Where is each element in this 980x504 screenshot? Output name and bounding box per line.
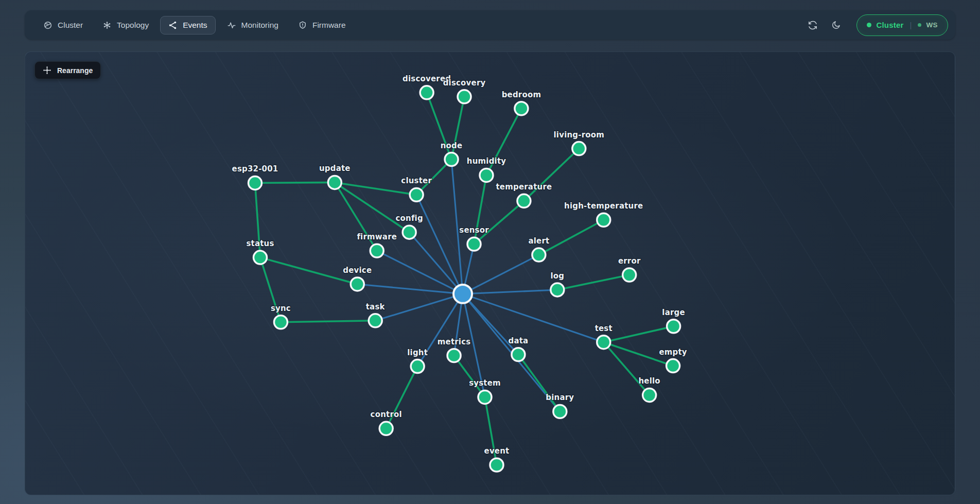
graph-edge-hub-config bbox=[409, 232, 463, 294]
tab-cluster[interactable]: Cluster bbox=[35, 16, 91, 34]
graph-node-label-high-temperature: high-temperature bbox=[564, 201, 643, 211]
graph-edge-update-config bbox=[335, 182, 409, 232]
graph-node-system[interactable] bbox=[478, 390, 492, 404]
graph-node-label-alert: alert bbox=[528, 236, 549, 246]
graph-node-label-hello: hello bbox=[638, 377, 660, 386]
graph-node-bedroom[interactable] bbox=[515, 102, 528, 115]
graph-node-hub[interactable] bbox=[453, 285, 472, 303]
tab-label: Firmware bbox=[312, 21, 346, 29]
graph-node-node[interactable] bbox=[445, 153, 458, 166]
graph-node-label-humidity: humidity bbox=[467, 157, 506, 166]
topology-graph: discovereddiscoverybedroomliving-roomesp… bbox=[25, 52, 955, 495]
share-icon bbox=[168, 21, 178, 30]
graph-node-living-room[interactable] bbox=[572, 142, 586, 155]
tab-events[interactable]: Events bbox=[160, 16, 215, 34]
graph-node-discovery[interactable] bbox=[458, 90, 471, 103]
graph-node-humidity[interactable] bbox=[480, 168, 493, 182]
graph-node-cluster[interactable] bbox=[410, 188, 423, 201]
rearrange-label: Rearrange bbox=[57, 66, 93, 75]
graph-edge-test-large bbox=[604, 326, 674, 342]
theme-toggle-button[interactable] bbox=[828, 17, 844, 33]
badge-separator: | bbox=[908, 21, 914, 29]
refresh-icon bbox=[808, 20, 818, 30]
graph-node-label-cluster: cluster bbox=[401, 176, 432, 185]
graph-edge-hub-task bbox=[375, 294, 463, 321]
graph-node-label-task: task bbox=[366, 302, 386, 311]
nav-tabs: Cluster Topology bbox=[35, 16, 354, 34]
graph-edge-hub-alert bbox=[463, 255, 539, 294]
graph-node-label-update: update bbox=[319, 164, 351, 173]
graph-node-device[interactable] bbox=[351, 277, 364, 291]
graph-node-label-config: config bbox=[395, 214, 423, 223]
graph-node-label-living-room: living-room bbox=[554, 130, 605, 140]
graph-edge-data-binary bbox=[518, 355, 560, 412]
graph-node-label-node: node bbox=[441, 141, 463, 150]
graph-node-light[interactable] bbox=[411, 360, 424, 373]
graph-node-label-status: status bbox=[246, 239, 274, 248]
graph-node-status[interactable] bbox=[254, 251, 267, 264]
move-icon bbox=[43, 66, 51, 75]
graph-node-discovered[interactable] bbox=[420, 86, 433, 99]
graph-edge-sync-task bbox=[281, 321, 375, 322]
graph-node-hello[interactable] bbox=[643, 388, 656, 402]
graph-node-sensor[interactable] bbox=[467, 237, 481, 251]
graph-node-label-error: error bbox=[618, 256, 641, 266]
graph-edge-hub-log bbox=[463, 290, 557, 294]
graph-node-label-log: log bbox=[550, 271, 564, 281]
graph-node-log[interactable] bbox=[551, 283, 564, 297]
graph-node-empty[interactable] bbox=[667, 359, 680, 373]
graph-node-task[interactable] bbox=[369, 314, 382, 327]
graph-node-config[interactable] bbox=[402, 225, 416, 239]
graph-node-label-test: test bbox=[595, 324, 612, 333]
tab-label: Events bbox=[183, 21, 207, 29]
graph-edge-esp32-001-update bbox=[255, 182, 335, 183]
rearrange-button[interactable]: Rearrange bbox=[34, 61, 101, 79]
graph-node-label-empty: empty bbox=[659, 347, 687, 357]
nav-actions: Cluster | WS bbox=[804, 14, 948, 36]
graph-node-metrics[interactable] bbox=[447, 349, 461, 362]
graph-node-esp32-001[interactable] bbox=[249, 176, 262, 189]
graph-node-label-sync: sync bbox=[271, 304, 291, 313]
ws-status-label: WS bbox=[926, 21, 938, 29]
connection-status-badge[interactable]: Cluster | WS bbox=[856, 14, 948, 36]
top-nav: Cluster Topology bbox=[25, 10, 955, 40]
graph-node-temperature[interactable] bbox=[517, 194, 531, 207]
graph-node-update[interactable] bbox=[328, 176, 341, 189]
graph-node-label-discovery: discovery bbox=[443, 78, 486, 88]
page: Cluster Topology bbox=[0, 0, 980, 504]
tab-monitoring[interactable]: Monitoring bbox=[219, 16, 287, 34]
graph-node-alert[interactable] bbox=[532, 248, 546, 262]
moon-icon bbox=[831, 20, 841, 30]
tab-topology[interactable]: Topology bbox=[94, 16, 157, 34]
graph-node-firmware[interactable] bbox=[370, 244, 383, 257]
tab-firmware[interactable]: Firmware bbox=[290, 16, 354, 34]
graph-node-label-event: event bbox=[484, 446, 510, 456]
shield-icon bbox=[298, 21, 307, 30]
graph-node-control[interactable] bbox=[379, 422, 393, 435]
graph-node-test[interactable] bbox=[597, 336, 610, 349]
graph-node-label-binary: binary bbox=[546, 393, 574, 402]
cluster-status-label: Cluster bbox=[876, 21, 903, 29]
tab-label: Topology bbox=[117, 21, 149, 29]
graph-node-high-temperature[interactable] bbox=[597, 213, 610, 227]
topology-icon bbox=[102, 21, 112, 30]
graph-node-large[interactable] bbox=[667, 320, 680, 333]
graph-node-label-control: control bbox=[371, 410, 402, 419]
graph-node-label-device: device bbox=[343, 266, 372, 275]
graph-node-data[interactable] bbox=[512, 348, 525, 361]
graph-node-event[interactable] bbox=[490, 458, 503, 472]
globe-icon bbox=[43, 21, 52, 30]
graph-node-label-esp32-001: esp32-001 bbox=[232, 164, 278, 173]
graph-node-label-large: large bbox=[662, 308, 685, 317]
graph-node-sync[interactable] bbox=[274, 316, 287, 329]
activity-icon bbox=[227, 21, 236, 30]
graph-node-label-light: light bbox=[407, 348, 428, 357]
graph-edge-log-error bbox=[557, 275, 629, 290]
tab-label: Monitoring bbox=[241, 21, 278, 29]
graph-canvas[interactable]: Rearrange discovereddiscoverybedroomlivi… bbox=[25, 51, 955, 495]
graph-node-label-firmware: firmware bbox=[357, 232, 397, 241]
graph-node-error[interactable] bbox=[623, 268, 636, 282]
graph-node-binary[interactable] bbox=[553, 405, 567, 418]
refresh-button[interactable] bbox=[804, 17, 821, 33]
ws-status-dot bbox=[918, 23, 921, 27]
